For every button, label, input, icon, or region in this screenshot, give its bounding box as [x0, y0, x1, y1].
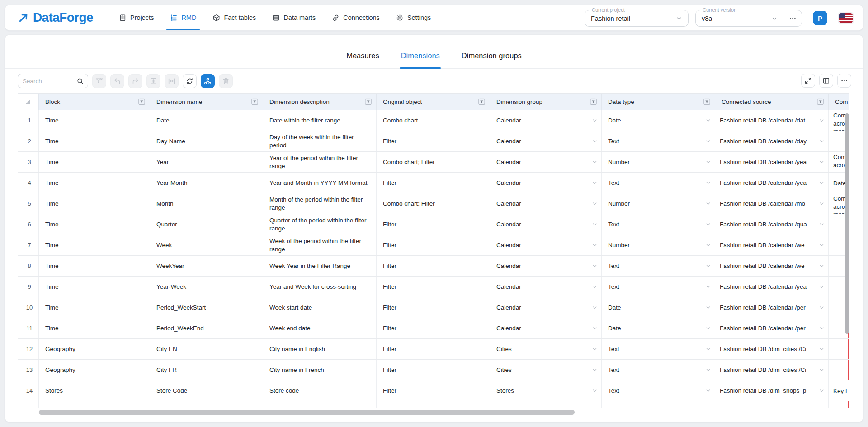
current-project-select[interactable]: Current project Fashion retail	[585, 10, 689, 27]
cell-dtype[interactable]: Text	[602, 256, 715, 276]
column-header-dtype[interactable]: Data type	[602, 94, 715, 110]
language-flag-us[interactable]	[839, 13, 853, 23]
nav-item-settings[interactable]: Settings	[396, 5, 431, 30]
cell-source[interactable]: Fashion retail DB /calendar /we	[715, 256, 829, 276]
nav-item-rmd[interactable]: RMD	[170, 5, 196, 30]
cell-source[interactable]: Fashion retail DB /dim_cities /Ci	[715, 339, 829, 359]
cell-dtype[interactable]: Text	[602, 214, 715, 235]
cell-source[interactable]: Fashion retail DB /calendar /yea	[715, 277, 829, 297]
vertical-scrollbar-thumb[interactable]	[845, 113, 849, 334]
search-input[interactable]	[18, 74, 72, 88]
cell-source[interactable]: Fashion retail DB /calendar /we	[715, 235, 829, 255]
comment-error-cell[interactable]	[829, 360, 849, 380]
more-button[interactable]	[837, 74, 851, 88]
cell-dtype[interactable]: Text	[602, 131, 715, 151]
cell-dtype[interactable]: Text	[602, 339, 715, 359]
horizontal-scrollbar-thumb[interactable]	[39, 410, 575, 415]
cell-group[interactable]: Cities	[490, 360, 602, 380]
cell-source[interactable]: Fashion retail DB /calendar /qua	[715, 214, 829, 235]
row-number-cell[interactable]: 7	[18, 235, 39, 255]
expand-button[interactable]	[801, 74, 815, 88]
row-number-cell[interactable]: 12	[18, 339, 39, 359]
column-header-group[interactable]: Dimension group	[490, 94, 602, 110]
column-header-desc[interactable]: Dimension description	[263, 94, 377, 110]
cell-block: Geography	[39, 360, 150, 380]
column-filter-icon[interactable]	[365, 99, 372, 105]
cell-group[interactable]: Stores	[490, 380, 602, 401]
cell-dtype[interactable]: Number	[602, 152, 715, 172]
tab-dimension-groups[interactable]: Dimension groups	[461, 52, 523, 68]
column-header-name[interactable]: Dimension name	[150, 94, 263, 110]
cell-source[interactable]: Fashion retail DB /dim_cities /Ci	[715, 360, 829, 380]
select-all-header-cell[interactable]	[18, 94, 39, 110]
tab-measures[interactable]: Measures	[345, 52, 380, 68]
column-header-source[interactable]: Connected source	[715, 94, 829, 110]
hierarchy-button[interactable]	[201, 74, 215, 88]
cell-dtype[interactable]: Number	[602, 193, 715, 214]
cell-source[interactable]: Fashion retail DB /calendar /dat	[715, 110, 829, 131]
column-filter-icon[interactable]	[817, 99, 824, 105]
column-filter-icon[interactable]	[590, 99, 597, 105]
row-number-cell[interactable]: 5	[18, 193, 39, 214]
row-number-cell[interactable]: 2	[18, 131, 39, 151]
nav-item-fact-tables[interactable]: Fact tables	[212, 5, 256, 30]
cell-group[interactable]: Calendar	[490, 173, 602, 193]
nav-item-connections[interactable]: Connections	[332, 5, 380, 30]
cell-group[interactable]: Calendar	[490, 277, 602, 297]
row-number-cell[interactable]: 1	[18, 110, 39, 131]
cell-source[interactable]: Fashion retail DB /calendar /per	[715, 297, 829, 318]
version-more-button[interactable]	[783, 10, 802, 26]
cell-dtype[interactable]: Date	[602, 297, 715, 318]
cell-source[interactable]: Fashion retail DB /calendar /yea	[715, 173, 829, 193]
cell-group[interactable]: Calendar	[490, 235, 602, 255]
cell-obj: Filter	[377, 360, 490, 380]
current-version-select[interactable]: Current version v8a	[695, 10, 802, 27]
cell-group[interactable]: Calendar	[490, 256, 602, 276]
cell-source[interactable]: Fashion retail DB /calendar /day	[715, 131, 829, 151]
cell-dtype[interactable]: Text	[602, 277, 715, 297]
cell-source[interactable]: Fashion retail DB /dim_shops_p	[715, 380, 829, 401]
row-number-cell[interactable]: 14	[18, 380, 39, 401]
column-header-obj[interactable]: Original object	[377, 94, 490, 110]
cell-dtype[interactable]: Text	[602, 173, 715, 193]
comment-error-cell[interactable]	[829, 339, 849, 359]
row-number-cell[interactable]: 3	[18, 152, 39, 172]
row-number-cell[interactable]: 4	[18, 173, 39, 193]
cell-group[interactable]: Calendar	[490, 193, 602, 214]
cell-dtype[interactable]: Date	[602, 318, 715, 338]
cell-source[interactable]: Fashion retail DB /calendar /per	[715, 318, 829, 338]
cell-dtype[interactable]: Number	[602, 235, 715, 255]
refresh-button[interactable]	[183, 74, 197, 88]
column-header-comment[interactable]: Com	[829, 94, 849, 110]
cell-source[interactable]: Fashion retail DB /calendar /mo	[715, 193, 829, 214]
column-header-block[interactable]: Block	[39, 94, 150, 110]
row-number-cell[interactable]: 11	[18, 318, 39, 338]
row-number-cell[interactable]: 6	[18, 214, 39, 235]
cell-group[interactable]: Calendar	[490, 110, 602, 131]
cell-source[interactable]: Fashion retail DB /calendar /yea	[715, 152, 829, 172]
cell-group[interactable]: Calendar	[490, 318, 602, 338]
cell-group[interactable]: Calendar	[490, 297, 602, 318]
nav-item-projects[interactable]: Projects	[119, 5, 154, 30]
row-number-cell[interactable]: 13	[18, 360, 39, 380]
cell-group[interactable]: Cities	[490, 339, 602, 359]
search-button[interactable]	[72, 74, 88, 88]
column-filter-icon[interactable]	[138, 99, 145, 105]
row-number-cell[interactable]: 10	[18, 297, 39, 318]
column-filter-icon[interactable]	[251, 99, 258, 105]
app-logo[interactable]: DataForge	[18, 5, 93, 30]
cell-group[interactable]: Calendar	[490, 214, 602, 235]
cell-dtype[interactable]: Date	[602, 110, 715, 131]
row-number-cell[interactable]: 9	[18, 277, 39, 297]
column-filter-icon[interactable]	[703, 99, 710, 105]
cell-group[interactable]: Calendar	[490, 131, 602, 151]
nav-item-data-marts[interactable]: Data marts	[272, 5, 316, 30]
side-panel-button[interactable]	[819, 74, 833, 88]
user-avatar[interactable]: P	[813, 11, 827, 25]
cell-group[interactable]: Calendar	[490, 152, 602, 172]
tab-dimensions[interactable]: Dimensions	[400, 52, 441, 68]
row-number-cell[interactable]: 8	[18, 256, 39, 276]
cell-dtype[interactable]: Text	[602, 360, 715, 380]
column-filter-icon[interactable]	[478, 99, 485, 105]
cell-dtype[interactable]: Text	[602, 380, 715, 401]
